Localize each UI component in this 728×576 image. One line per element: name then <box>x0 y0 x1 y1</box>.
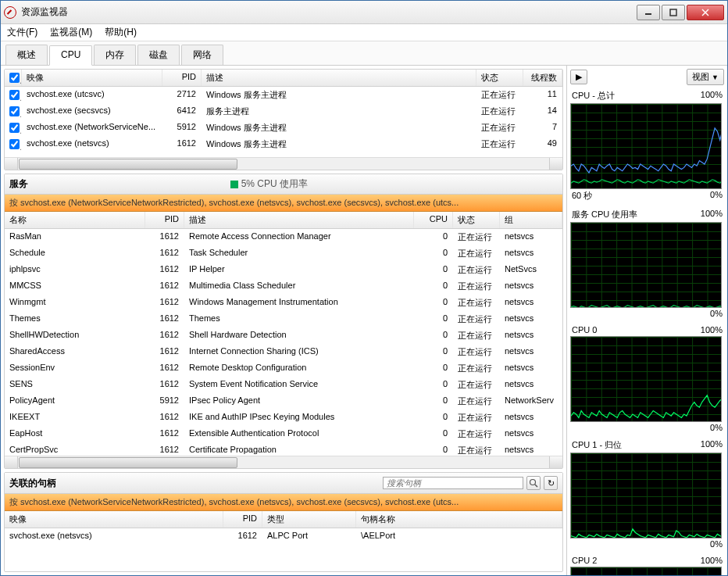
cell-desc: Extensible Authentication Protocol <box>184 426 414 442</box>
tab-overview[interactable]: 概述 <box>5 45 48 65</box>
minimize-button[interactable] <box>637 5 660 20</box>
col-threads[interactable]: 线程数 <box>523 70 562 86</box>
cell-pid: 1612 <box>223 528 262 542</box>
cell-group: netsvcs <box>500 245 562 262</box>
col-pid[interactable]: PID <box>162 70 202 86</box>
col-desc[interactable]: 描述 <box>184 212 414 228</box>
processes-header: 映像 PID 描述 状态 线程数 <box>5 70 562 87</box>
cell-status: 正在运行 <box>453 442 500 456</box>
col-name[interactable]: 名称 <box>5 212 145 228</box>
titlebar[interactable]: 资源监视器 <box>1 1 727 24</box>
cell-image: svchost.exe (netsvcs) <box>5 528 223 542</box>
col-status[interactable]: 状态 <box>453 212 500 228</box>
process-row[interactable]: svchost.exe (netsvcs) 1612 Windows 服务主进程… <box>5 136 562 152</box>
service-row[interactable]: IKEEXT 1612 IKE and AuthIP IPsec Keying … <box>5 410 562 426</box>
row-checkbox[interactable] <box>5 103 22 120</box>
cell-desc: IP Helper <box>184 262 414 278</box>
services-filter[interactable]: 按 svchost.exe (NetworkServiceNetworkRest… <box>5 195 562 212</box>
chart-max: 100% <box>701 556 723 565</box>
handles-filter[interactable]: 按 svchost.exe (NetworkServiceNetworkRest… <box>5 494 562 511</box>
handles-header-bar[interactable]: 关联的句柄 ↻ <box>5 473 562 494</box>
cell-name: Schedule <box>5 245 145 262</box>
cell-threads: 14 <box>523 103 562 120</box>
services-hscroll[interactable] <box>5 456 562 468</box>
cell-pid: 1612 <box>145 311 184 327</box>
cell-cpu: 0 <box>414 360 453 377</box>
app-icon <box>4 6 16 19</box>
col-image[interactable]: 映像 <box>5 511 223 528</box>
service-row[interactable]: SharedAccess 1612 Internet Connection Sh… <box>5 344 562 360</box>
cell-image: svchost.exe (netsvcs) <box>22 136 162 152</box>
cell-status: 正在运行 <box>453 311 500 327</box>
cell-desc: IPsec Policy Agent <box>184 393 414 410</box>
col-desc[interactable]: 描述 <box>202 70 476 86</box>
cell-cpu: 0 <box>414 278 453 295</box>
refresh-icon[interactable]: ↻ <box>544 476 558 490</box>
service-row[interactable]: SENS 1612 System Event Notification Serv… <box>5 377 562 393</box>
chart-canvas <box>570 103 722 189</box>
services-header-bar[interactable]: 服务 5% CPU 使用率 <box>5 174 562 195</box>
cell-cpu: 0 <box>414 295 453 311</box>
cell-desc: Windows 服务主进程 <box>202 87 476 103</box>
chart: CPU 1 - 归位100%0% <box>570 438 724 549</box>
cell-status: 正在运行 <box>453 327 500 344</box>
service-row[interactable]: ShellHWDetection 1612 Shell Hardware Det… <box>5 327 562 344</box>
menu-monitor[interactable]: 监视器(M) <box>50 26 92 39</box>
cell-pid: 1612 <box>145 295 184 311</box>
cell-pid: 1612 <box>145 229 184 245</box>
service-row[interactable]: Themes 1612 Themes 0 正在运行 netsvcs <box>5 311 562 327</box>
service-row[interactable]: SessionEnv 1612 Remote Desktop Configura… <box>5 360 562 377</box>
view-dropdown[interactable]: 视图 ▼ <box>687 69 724 85</box>
handle-row[interactable]: svchost.exe (netsvcs) 1612 ALPC Port \AE… <box>5 528 562 542</box>
col-cpu[interactable]: CPU <box>414 212 453 228</box>
close-button[interactable] <box>687 5 724 20</box>
tab-cpu[interactable]: CPU <box>49 45 92 66</box>
process-row[interactable]: svchost.exe (NetworkServiceNe... 5912 Wi… <box>5 120 562 136</box>
cell-pid: 1612 <box>145 377 184 393</box>
col-group[interactable]: 组 <box>500 212 562 228</box>
svg-rect-1 <box>670 9 676 16</box>
select-all-checkbox[interactable] <box>5 70 22 86</box>
service-row[interactable]: EapHost 1612 Extensible Authentication P… <box>5 426 562 442</box>
maximize-button[interactable] <box>662 5 685 20</box>
process-row[interactable]: svchost.exe (secsvcs) 6412 服务主进程 正在运行 14 <box>5 103 562 120</box>
cell-cpu: 0 <box>414 327 453 344</box>
col-pid[interactable]: PID <box>223 511 262 528</box>
search-handles-input[interactable] <box>383 477 523 489</box>
cell-desc: System Event Notification Service <box>184 377 414 393</box>
chart-bottom-left: 60 秒 <box>572 190 592 202</box>
col-image[interactable]: 映像 <box>22 70 162 86</box>
col-pid[interactable]: PID <box>145 212 184 228</box>
col-handle-name[interactable]: 句柄名称 <box>356 511 562 528</box>
service-row[interactable]: CertPropSvc 1612 Certificate Propagation… <box>5 442 562 456</box>
chart: CPU 2100% <box>570 554 724 575</box>
cell-desc: IKE and AuthIP IPsec Keying Modules <box>184 410 414 426</box>
col-type[interactable]: 类型 <box>262 511 356 528</box>
row-checkbox[interactable] <box>5 136 22 152</box>
row-checkbox[interactable] <box>5 87 22 103</box>
search-icon[interactable] <box>526 476 541 490</box>
menu-file[interactable]: 文件(F) <box>7 26 37 39</box>
tab-disk[interactable]: 磁盘 <box>137 45 180 65</box>
service-row[interactable]: Winmgmt 1612 Windows Management Instrume… <box>5 295 562 311</box>
service-row[interactable]: MMCSS 1612 Multimedia Class Scheduler 0 … <box>5 278 562 295</box>
cell-status: 正在运行 <box>453 393 500 410</box>
service-row[interactable]: RasMan 1612 Remote Access Connection Man… <box>5 229 562 245</box>
chart-bottom-right: 0% <box>710 190 723 202</box>
service-row[interactable]: PolicyAgent 5912 IPsec Policy Agent 0 正在… <box>5 393 562 410</box>
col-status[interactable]: 状态 <box>476 70 523 86</box>
chart-title: CPU - 总计 <box>572 90 615 102</box>
cell-desc: Shell Hardware Detection <box>184 327 414 344</box>
cell-group: netsvcs <box>500 410 562 426</box>
collapse-side-button[interactable]: ▶ <box>570 70 587 84</box>
menu-help[interactable]: 帮助(H) <box>105 26 137 39</box>
process-row[interactable]: svchost.exe (utcsvc) 2712 Windows 服务主进程 … <box>5 87 562 103</box>
row-checkbox[interactable] <box>5 120 22 136</box>
processes-hscroll[interactable] <box>5 157 562 170</box>
tab-network[interactable]: 网络 <box>181 45 223 65</box>
service-row[interactable]: iphlpsvc 1612 IP Helper 0 正在运行 NetSvcs <box>5 262 562 278</box>
cell-group: netsvcs <box>500 377 562 393</box>
chart-canvas <box>570 336 722 422</box>
tab-memory[interactable]: 内存 <box>94 45 136 65</box>
service-row[interactable]: Schedule 1612 Task Scheduler 0 正在运行 nets… <box>5 245 562 262</box>
